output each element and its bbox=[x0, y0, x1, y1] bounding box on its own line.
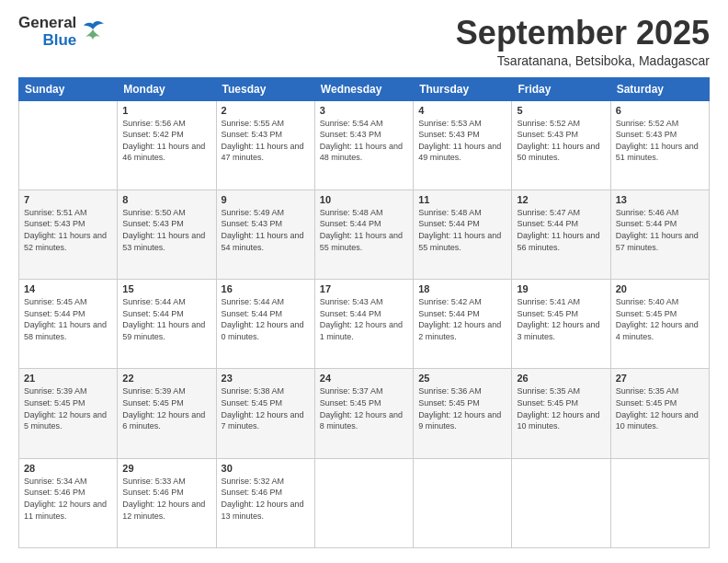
table-row: 29 Sunrise: 5:33 AMSunset: 5:46 PMDaylig… bbox=[118, 458, 216, 547]
table-row bbox=[314, 458, 413, 547]
table-row: 15 Sunrise: 5:44 AMSunset: 5:44 PMDaylig… bbox=[118, 280, 216, 369]
table-row: 20 Sunrise: 5:40 AMSunset: 5:45 PMDaylig… bbox=[610, 280, 709, 369]
day-info: Sunrise: 5:52 AMSunset: 5:43 PMDaylight:… bbox=[517, 119, 599, 163]
table-row: 2 Sunrise: 5:55 AMSunset: 5:43 PMDayligh… bbox=[216, 100, 314, 190]
day-number: 20 bbox=[616, 283, 704, 294]
day-info: Sunrise: 5:44 AMSunset: 5:44 PMDaylight:… bbox=[122, 297, 205, 341]
day-number: 23 bbox=[222, 373, 310, 384]
calendar-table: Sunday Monday Tuesday Wednesday Thursday… bbox=[18, 77, 710, 548]
day-info: Sunrise: 5:37 AMSunset: 5:45 PMDaylight:… bbox=[320, 386, 403, 431]
table-row: 14 Sunrise: 5:45 AMSunset: 5:44 PMDaylig… bbox=[19, 280, 118, 369]
table-row bbox=[19, 100, 118, 190]
day-info: Sunrise: 5:47 AMSunset: 5:44 PMDaylight:… bbox=[517, 208, 599, 252]
day-info: Sunrise: 5:53 AMSunset: 5:43 PMDaylight:… bbox=[418, 119, 501, 163]
day-info: Sunrise: 5:52 AMSunset: 5:43 PMDaylight:… bbox=[616, 119, 699, 163]
day-number: 29 bbox=[122, 463, 210, 474]
table-row: 23 Sunrise: 5:38 AMSunset: 5:45 PMDaylig… bbox=[216, 369, 314, 458]
logo-general: General bbox=[18, 15, 76, 32]
day-number: 14 bbox=[24, 283, 112, 294]
day-number: 26 bbox=[517, 373, 605, 384]
day-number: 13 bbox=[616, 194, 704, 205]
day-number: 21 bbox=[24, 373, 112, 384]
day-info: Sunrise: 5:40 AMSunset: 5:45 PMDaylight:… bbox=[616, 297, 699, 341]
table-row: 12 Sunrise: 5:47 AMSunset: 5:44 PMDaylig… bbox=[512, 190, 610, 279]
week-row-1: 1 Sunrise: 5:56 AMSunset: 5:42 PMDayligh… bbox=[19, 100, 710, 190]
week-row-4: 21 Sunrise: 5:39 AMSunset: 5:45 PMDaylig… bbox=[19, 369, 710, 458]
day-info: Sunrise: 5:48 AMSunset: 5:44 PMDaylight:… bbox=[418, 208, 501, 252]
table-row: 4 Sunrise: 5:53 AMSunset: 5:43 PMDayligh… bbox=[414, 100, 512, 190]
table-row: 16 Sunrise: 5:44 AMSunset: 5:44 PMDaylig… bbox=[216, 280, 314, 369]
day-info: Sunrise: 5:34 AMSunset: 5:46 PMDaylight:… bbox=[24, 477, 107, 521]
day-number: 6 bbox=[616, 105, 704, 116]
day-number: 7 bbox=[24, 194, 112, 205]
table-row: 28 Sunrise: 5:34 AMSunset: 5:46 PMDaylig… bbox=[19, 458, 118, 547]
title-block: September 2025 Tsaratanana, Betsiboka, M… bbox=[456, 15, 710, 68]
week-row-2: 7 Sunrise: 5:51 AMSunset: 5:43 PMDayligh… bbox=[19, 190, 710, 279]
day-info: Sunrise: 5:44 AMSunset: 5:44 PMDaylight:… bbox=[222, 297, 304, 341]
day-number: 25 bbox=[418, 373, 506, 384]
day-number: 8 bbox=[122, 194, 210, 205]
day-info: Sunrise: 5:50 AMSunset: 5:43 PMDaylight:… bbox=[122, 208, 205, 252]
col-tuesday: Tuesday bbox=[216, 77, 314, 100]
table-row: 5 Sunrise: 5:52 AMSunset: 5:43 PMDayligh… bbox=[512, 100, 610, 190]
month-title: September 2025 bbox=[456, 15, 710, 52]
day-info: Sunrise: 5:56 AMSunset: 5:42 PMDaylight:… bbox=[122, 119, 205, 163]
table-row bbox=[610, 458, 709, 547]
day-info: Sunrise: 5:39 AMSunset: 5:45 PMDaylight:… bbox=[24, 386, 107, 431]
table-row: 25 Sunrise: 5:36 AMSunset: 5:45 PMDaylig… bbox=[414, 369, 512, 458]
col-saturday: Saturday bbox=[610, 77, 709, 100]
day-number: 24 bbox=[320, 373, 408, 384]
day-info: Sunrise: 5:32 AMSunset: 5:46 PMDaylight:… bbox=[222, 477, 304, 521]
table-row: 6 Sunrise: 5:52 AMSunset: 5:43 PMDayligh… bbox=[610, 100, 709, 190]
table-row: 27 Sunrise: 5:35 AMSunset: 5:45 PMDaylig… bbox=[610, 369, 709, 458]
logo-bird-icon bbox=[80, 20, 106, 40]
table-row: 9 Sunrise: 5:49 AMSunset: 5:43 PMDayligh… bbox=[216, 190, 314, 279]
table-row: 13 Sunrise: 5:46 AMSunset: 5:44 PMDaylig… bbox=[610, 190, 709, 279]
table-row: 21 Sunrise: 5:39 AMSunset: 5:45 PMDaylig… bbox=[19, 369, 118, 458]
day-number: 12 bbox=[517, 194, 605, 205]
day-number: 18 bbox=[418, 283, 506, 294]
day-number: 15 bbox=[122, 283, 210, 294]
day-number: 28 bbox=[24, 463, 112, 474]
day-number: 2 bbox=[222, 105, 310, 116]
table-row: 26 Sunrise: 5:35 AMSunset: 5:45 PMDaylig… bbox=[512, 369, 610, 458]
col-sunday: Sunday bbox=[19, 77, 118, 100]
col-wednesday: Wednesday bbox=[314, 77, 413, 100]
day-info: Sunrise: 5:33 AMSunset: 5:46 PMDaylight:… bbox=[122, 477, 205, 521]
table-row: 24 Sunrise: 5:37 AMSunset: 5:45 PMDaylig… bbox=[314, 369, 413, 458]
day-number: 27 bbox=[616, 373, 704, 384]
day-info: Sunrise: 5:55 AMSunset: 5:43 PMDaylight:… bbox=[222, 119, 304, 163]
table-row: 8 Sunrise: 5:50 AMSunset: 5:43 PMDayligh… bbox=[118, 190, 216, 279]
day-number: 11 bbox=[418, 194, 506, 205]
table-row: 19 Sunrise: 5:41 AMSunset: 5:45 PMDaylig… bbox=[512, 280, 610, 369]
logo-blue: Blue bbox=[42, 32, 76, 50]
col-friday: Friday bbox=[512, 77, 610, 100]
table-row: 30 Sunrise: 5:32 AMSunset: 5:46 PMDaylig… bbox=[216, 458, 314, 547]
table-row: 3 Sunrise: 5:54 AMSunset: 5:43 PMDayligh… bbox=[314, 100, 413, 190]
table-row: 10 Sunrise: 5:48 AMSunset: 5:44 PMDaylig… bbox=[314, 190, 413, 279]
table-row: 1 Sunrise: 5:56 AMSunset: 5:42 PMDayligh… bbox=[118, 100, 216, 190]
day-info: Sunrise: 5:35 AMSunset: 5:45 PMDaylight:… bbox=[517, 386, 599, 431]
header-row: Sunday Monday Tuesday Wednesday Thursday… bbox=[19, 77, 710, 100]
table-row: 11 Sunrise: 5:48 AMSunset: 5:44 PMDaylig… bbox=[414, 190, 512, 279]
week-row-3: 14 Sunrise: 5:45 AMSunset: 5:44 PMDaylig… bbox=[19, 280, 710, 369]
day-info: Sunrise: 5:48 AMSunset: 5:44 PMDaylight:… bbox=[320, 208, 403, 252]
calendar-page: General Blue September 2025 Tsaratanana,… bbox=[0, 0, 728, 563]
col-thursday: Thursday bbox=[414, 77, 512, 100]
table-row: 7 Sunrise: 5:51 AMSunset: 5:43 PMDayligh… bbox=[19, 190, 118, 279]
day-number: 16 bbox=[222, 283, 310, 294]
day-number: 3 bbox=[320, 105, 408, 116]
day-number: 5 bbox=[517, 105, 605, 116]
day-number: 9 bbox=[222, 194, 310, 205]
day-info: Sunrise: 5:49 AMSunset: 5:43 PMDaylight:… bbox=[222, 208, 304, 252]
day-info: Sunrise: 5:39 AMSunset: 5:45 PMDaylight:… bbox=[122, 386, 205, 431]
day-info: Sunrise: 5:42 AMSunset: 5:44 PMDaylight:… bbox=[418, 297, 501, 341]
table-row: 17 Sunrise: 5:43 AMSunset: 5:44 PMDaylig… bbox=[314, 280, 413, 369]
day-number: 1 bbox=[122, 105, 210, 116]
location: Tsaratanana, Betsiboka, Madagascar bbox=[456, 53, 710, 68]
day-info: Sunrise: 5:36 AMSunset: 5:45 PMDaylight:… bbox=[418, 386, 501, 431]
table-row: 22 Sunrise: 5:39 AMSunset: 5:45 PMDaylig… bbox=[118, 369, 216, 458]
day-number: 22 bbox=[122, 373, 210, 384]
day-number: 4 bbox=[418, 105, 506, 116]
table-row bbox=[512, 458, 610, 547]
